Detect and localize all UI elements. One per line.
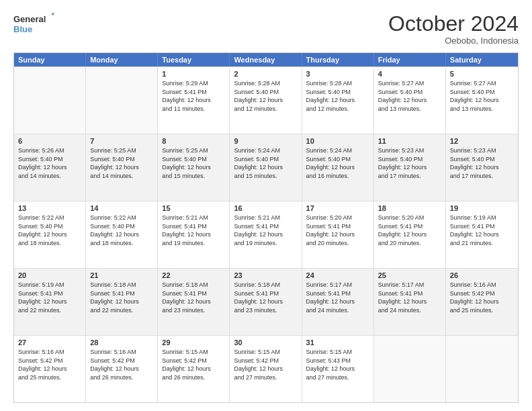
day-number: 21	[90, 271, 153, 279]
calendar-day-27: 27Sunrise: 5:16 AM Sunset: 5:42 PM Dayli…	[14, 336, 86, 402]
day-number: 14	[90, 204, 153, 212]
calendar-day-21: 21Sunrise: 5:18 AM Sunset: 5:41 PM Dayli…	[86, 269, 158, 335]
day-info: Sunrise: 5:18 AM Sunset: 5:41 PM Dayligh…	[90, 281, 153, 314]
day-number: 6	[18, 137, 81, 145]
day-info: Sunrise: 5:16 AM Sunset: 5:42 PM Dayligh…	[450, 281, 514, 314]
day-info: Sunrise: 5:19 AM Sunset: 5:41 PM Dayligh…	[450, 214, 514, 247]
calendar-day-5: 5Sunrise: 5:27 AM Sunset: 5:40 PM Daylig…	[446, 67, 518, 134]
day-number: 17	[306, 204, 369, 212]
calendar-day-24: 24Sunrise: 5:17 AM Sunset: 5:41 PM Dayli…	[302, 269, 374, 335]
day-number: 23	[234, 271, 297, 279]
calendar-day-14: 14Sunrise: 5:22 AM Sunset: 5:40 PM Dayli…	[86, 201, 158, 268]
day-info: Sunrise: 5:27 AM Sunset: 5:40 PM Dayligh…	[378, 79, 441, 113]
page: General Blue October 2024 Oebobo, Indone…	[0, 0, 532, 411]
header-day-wednesday: Wednesday	[230, 53, 302, 66]
calendar-week-2: 6Sunrise: 5:26 AM Sunset: 5:40 PM Daylig…	[14, 134, 518, 201]
day-info: Sunrise: 5:15 AM Sunset: 5:42 PM Dayligh…	[234, 348, 297, 381]
day-number: 20	[18, 271, 81, 279]
day-info: Sunrise: 5:17 AM Sunset: 5:41 PM Dayligh…	[378, 281, 441, 314]
calendar-day-3: 3Sunrise: 5:28 AM Sunset: 5:40 PM Daylig…	[302, 67, 374, 134]
header-day-thursday: Thursday	[302, 53, 374, 66]
calendar-day-28: 28Sunrise: 5:16 AM Sunset: 5:42 PM Dayli…	[86, 336, 158, 402]
svg-text:General: General	[13, 14, 46, 24]
calendar-day-12: 12Sunrise: 5:23 AM Sunset: 5:40 PM Dayli…	[446, 134, 518, 201]
day-number: 26	[450, 271, 514, 279]
day-number: 3	[306, 70, 369, 78]
day-info: Sunrise: 5:17 AM Sunset: 5:41 PM Dayligh…	[306, 281, 369, 314]
header-day-sunday: Sunday	[14, 53, 86, 66]
calendar-day-8: 8Sunrise: 5:25 AM Sunset: 5:40 PM Daylig…	[158, 134, 230, 201]
day-info: Sunrise: 5:18 AM Sunset: 5:41 PM Dayligh…	[162, 281, 225, 314]
calendar-day-7: 7Sunrise: 5:25 AM Sunset: 5:40 PM Daylig…	[86, 134, 158, 201]
calendar-day-9: 9Sunrise: 5:24 AM Sunset: 5:40 PM Daylig…	[230, 134, 302, 201]
calendar-day-22: 22Sunrise: 5:18 AM Sunset: 5:41 PM Dayli…	[158, 269, 230, 335]
day-info: Sunrise: 5:26 AM Sunset: 5:40 PM Dayligh…	[18, 146, 81, 180]
day-info: Sunrise: 5:28 AM Sunset: 5:40 PM Dayligh…	[306, 79, 369, 113]
day-info: Sunrise: 5:25 AM Sunset: 5:40 PM Dayligh…	[90, 146, 153, 180]
calendar-week-3: 13Sunrise: 5:22 AM Sunset: 5:40 PM Dayli…	[14, 201, 518, 268]
calendar-cell-empty	[86, 67, 158, 134]
day-info: Sunrise: 5:20 AM Sunset: 5:41 PM Dayligh…	[306, 214, 369, 247]
day-number: 7	[90, 137, 153, 145]
calendar-day-6: 6Sunrise: 5:26 AM Sunset: 5:40 PM Daylig…	[14, 134, 86, 201]
header-day-saturday: Saturday	[446, 53, 518, 66]
day-info: Sunrise: 5:21 AM Sunset: 5:41 PM Dayligh…	[234, 214, 297, 247]
header-day-tuesday: Tuesday	[158, 53, 230, 66]
day-info: Sunrise: 5:20 AM Sunset: 5:41 PM Dayligh…	[378, 214, 441, 247]
svg-marker-2	[51, 12, 54, 15]
day-info: Sunrise: 5:29 AM Sunset: 5:41 PM Dayligh…	[162, 79, 225, 113]
day-number: 12	[450, 137, 514, 145]
svg-text:Blue: Blue	[13, 24, 32, 34]
day-number: 8	[162, 137, 225, 145]
day-number: 31	[306, 338, 369, 347]
calendar-day-10: 10Sunrise: 5:24 AM Sunset: 5:40 PM Dayli…	[302, 134, 374, 201]
calendar-day-18: 18Sunrise: 5:20 AM Sunset: 5:41 PM Dayli…	[374, 201, 446, 268]
day-info: Sunrise: 5:22 AM Sunset: 5:40 PM Dayligh…	[90, 214, 153, 247]
header-day-monday: Monday	[86, 53, 158, 66]
day-number: 10	[306, 137, 369, 145]
header: General Blue October 2024 Oebobo, Indone…	[13, 12, 519, 46]
calendar-week-5: 27Sunrise: 5:16 AM Sunset: 5:42 PM Dayli…	[14, 335, 518, 402]
calendar-day-23: 23Sunrise: 5:18 AM Sunset: 5:41 PM Dayli…	[230, 269, 302, 335]
day-number: 19	[450, 204, 514, 212]
day-info: Sunrise: 5:18 AM Sunset: 5:41 PM Dayligh…	[234, 281, 297, 314]
day-number: 25	[378, 271, 441, 279]
day-number: 1	[162, 70, 225, 78]
calendar-day-1: 1Sunrise: 5:29 AM Sunset: 5:41 PM Daylig…	[158, 67, 230, 134]
calendar-cell-empty	[446, 336, 518, 402]
calendar-week-1: 1Sunrise: 5:29 AM Sunset: 5:41 PM Daylig…	[14, 66, 518, 134]
calendar-cell-empty	[374, 336, 446, 402]
day-number: 22	[162, 271, 225, 279]
day-number: 13	[18, 204, 81, 212]
calendar-header: SundayMondayTuesdayWednesdayThursdayFrid…	[14, 53, 518, 66]
day-info: Sunrise: 5:22 AM Sunset: 5:40 PM Dayligh…	[18, 214, 81, 247]
day-info: Sunrise: 5:23 AM Sunset: 5:40 PM Dayligh…	[450, 146, 514, 180]
day-info: Sunrise: 5:21 AM Sunset: 5:41 PM Dayligh…	[162, 214, 225, 247]
calendar-day-30: 30Sunrise: 5:15 AM Sunset: 5:42 PM Dayli…	[230, 336, 302, 402]
title-block: October 2024 Oebobo, Indonesia	[388, 12, 519, 46]
calendar-day-31: 31Sunrise: 5:15 AM Sunset: 5:43 PM Dayli…	[302, 336, 374, 402]
calendar-day-26: 26Sunrise: 5:16 AM Sunset: 5:42 PM Dayli…	[446, 269, 518, 335]
day-info: Sunrise: 5:19 AM Sunset: 5:41 PM Dayligh…	[18, 281, 81, 314]
day-info: Sunrise: 5:24 AM Sunset: 5:40 PM Dayligh…	[306, 146, 369, 180]
day-number: 9	[234, 137, 297, 145]
calendar-day-19: 19Sunrise: 5:19 AM Sunset: 5:41 PM Dayli…	[446, 201, 518, 268]
calendar: SundayMondayTuesdayWednesdayThursdayFrid…	[13, 52, 519, 403]
logo: General Blue	[13, 12, 54, 36]
logo-svg: General Blue	[13, 12, 54, 36]
calendar-cell-empty	[14, 67, 86, 134]
day-info: Sunrise: 5:15 AM Sunset: 5:43 PM Dayligh…	[306, 348, 369, 381]
day-number: 30	[234, 338, 297, 347]
day-info: Sunrise: 5:23 AM Sunset: 5:40 PM Dayligh…	[378, 146, 441, 180]
calendar-day-25: 25Sunrise: 5:17 AM Sunset: 5:41 PM Dayli…	[374, 269, 446, 335]
day-number: 24	[306, 271, 369, 279]
day-info: Sunrise: 5:24 AM Sunset: 5:40 PM Dayligh…	[234, 146, 297, 180]
day-number: 15	[162, 204, 225, 212]
day-info: Sunrise: 5:28 AM Sunset: 5:40 PM Dayligh…	[234, 79, 297, 113]
calendar-day-20: 20Sunrise: 5:19 AM Sunset: 5:41 PM Dayli…	[14, 269, 86, 335]
header-day-friday: Friday	[374, 53, 446, 66]
month-title: October 2024	[388, 12, 519, 36]
day-number: 5	[450, 70, 514, 78]
calendar-day-13: 13Sunrise: 5:22 AM Sunset: 5:40 PM Dayli…	[14, 201, 86, 268]
day-number: 28	[90, 338, 153, 347]
